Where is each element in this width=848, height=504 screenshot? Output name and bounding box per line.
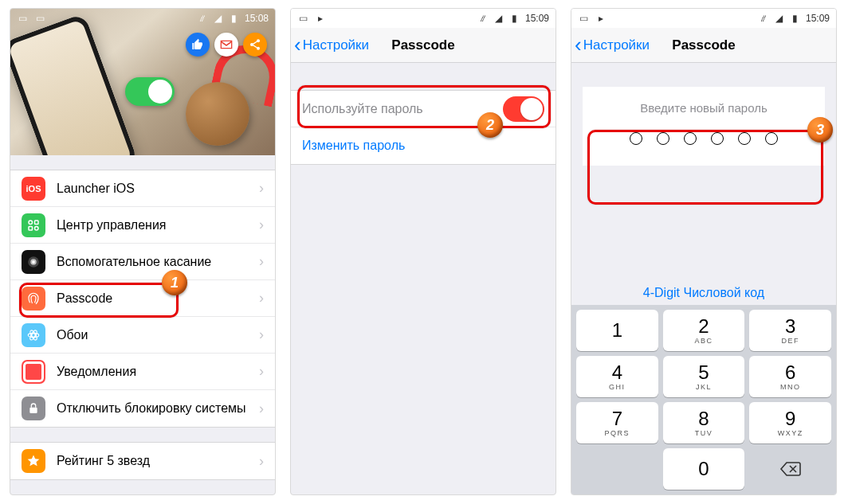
cookie-illustration xyxy=(186,82,249,146)
signal-icon: ◢ xyxy=(213,13,224,24)
status-bar: ▭ ▸ ⫽ ◢ ▮ 15:09 xyxy=(291,9,556,28)
gmail-button[interactable] xyxy=(214,33,238,57)
row-change-password[interactable]: Изменить пароль xyxy=(291,127,556,164)
key-2[interactable]: 2ABC xyxy=(663,310,745,351)
chevron-right-icon: › xyxy=(259,326,264,343)
row-label: Отключить блокировку системы xyxy=(57,401,248,416)
row-label: Passcode xyxy=(57,291,248,306)
key-1[interactable]: 1 xyxy=(576,310,658,351)
svg-point-6 xyxy=(35,226,39,230)
row-wallpaper[interactable]: Обои › xyxy=(10,317,275,354)
hero-toggle xyxy=(125,77,175,106)
key-9[interactable]: 9WXYZ xyxy=(749,402,831,443)
share-button[interactable] xyxy=(243,33,267,57)
status-time: 15:09 xyxy=(525,13,549,24)
key-3[interactable]: 3DEF xyxy=(749,310,831,351)
key-5[interactable]: 5JKL xyxy=(663,356,745,397)
like-button[interactable] xyxy=(186,33,210,57)
key-backspace[interactable] xyxy=(749,448,831,490)
chevron-left-icon: ‹ xyxy=(294,39,301,52)
chevron-right-icon: › xyxy=(259,453,264,470)
annotation-badge-3: 3 xyxy=(807,117,833,143)
hero-banner: ▭ ▭ ⫽ ◢ ▮ 15:08 xyxy=(10,9,275,155)
row-passcode[interactable]: Passcode › xyxy=(10,280,275,317)
battery-icon: ▮ xyxy=(790,13,801,24)
key-4[interactable]: 4GHI xyxy=(576,356,658,397)
star-icon xyxy=(22,449,45,473)
svg-rect-14 xyxy=(29,408,37,413)
enter-passcode-prompt: Введите новый пароль xyxy=(591,101,817,115)
row-assistive-touch[interactable]: Вспомогательное касание › xyxy=(10,244,275,280)
chevron-left-icon: ‹ xyxy=(575,39,582,52)
four-digit-option[interactable]: 4-Digit Числовой код xyxy=(571,272,836,305)
key-6[interactable]: 6MNO xyxy=(749,356,831,397)
backspace-icon xyxy=(779,461,802,477)
key-0[interactable]: 0 xyxy=(663,448,745,490)
svg-rect-4 xyxy=(35,221,39,225)
svg-point-3 xyxy=(29,221,33,225)
launcher-ios-icon: iOS xyxy=(22,177,45,201)
toggle-use-password[interactable] xyxy=(503,96,544,122)
back-button[interactable]: ‹ Настройки xyxy=(575,37,650,53)
row-label: Обои xyxy=(57,328,248,342)
change-password-link: Изменить пароль xyxy=(302,139,544,153)
svg-point-9 xyxy=(32,260,35,264)
passcode-icon xyxy=(22,287,45,311)
screenshot-2: ▭ ▸ ⫽ ◢ ▮ 15:09 ‹ Настройки Passcode Исп… xyxy=(290,8,556,495)
picture-icon: ▭ xyxy=(34,13,45,24)
chevron-right-icon: › xyxy=(259,363,264,380)
numeric-keypad: 1 2ABC 3DEF 4GHI 5JKL 6MNO 7PQRS 8TUV 9W… xyxy=(571,305,836,494)
vibrate-icon: ⫽ xyxy=(197,13,208,24)
enter-passcode-area: Введите новый пароль xyxy=(583,87,825,166)
key-7[interactable]: 7PQRS xyxy=(576,402,658,443)
row-launcher-ios[interactable]: iOS Launcher iOS › xyxy=(10,170,275,207)
row-label: Используйте пароль xyxy=(302,102,492,116)
status-bar: ▭ ▸ ⫽ ◢ ▮ 15:09 xyxy=(571,9,836,28)
chevron-right-icon: › xyxy=(259,217,264,233)
row-control-center[interactable]: Центр управления › xyxy=(10,207,275,244)
annotation-badge-2: 2 xyxy=(477,112,503,138)
settings-group-2: Рейтинг 5 звезд › xyxy=(10,442,275,480)
passcode-dot xyxy=(684,132,697,145)
nav-bar: ‹ Настройки Passcode xyxy=(291,28,556,63)
picture-icon: ▭ xyxy=(578,13,589,24)
row-disable-lock[interactable]: Отключить блокировку системы › xyxy=(10,390,275,427)
passcode-group: Используйте пароль Изменить пароль xyxy=(291,90,556,165)
phone-illustration xyxy=(10,13,139,155)
passcode-dot xyxy=(630,132,642,145)
picture-icon: ▭ xyxy=(297,13,308,24)
passcode-dot xyxy=(738,132,751,145)
passcode-dot xyxy=(711,132,724,145)
svg-rect-5 xyxy=(29,226,33,230)
chevron-right-icon: › xyxy=(259,400,264,417)
row-notifications[interactable]: Уведомления › xyxy=(10,354,275,390)
chevron-right-icon: › xyxy=(259,253,264,270)
battery-icon: ▮ xyxy=(509,13,520,24)
settings-group-1: iOS Launcher iOS › Центр управления › Вс… xyxy=(10,170,275,428)
vibrate-icon: ⫽ xyxy=(477,13,489,24)
back-label: Настройки xyxy=(583,37,650,53)
row-label: Рейтинг 5 звезд xyxy=(57,454,248,468)
wallpaper-icon xyxy=(22,323,45,347)
assistive-touch-icon xyxy=(22,250,45,274)
key-8[interactable]: 8TUV xyxy=(663,402,745,443)
row-rate-5-stars[interactable]: Рейтинг 5 звезд › xyxy=(10,443,275,479)
back-button[interactable]: ‹ Настройки xyxy=(294,37,369,53)
notifications-icon xyxy=(22,360,45,384)
back-label: Настройки xyxy=(303,37,369,53)
passcode-dots xyxy=(591,132,817,145)
passcode-dot xyxy=(657,132,669,145)
chevron-right-icon: › xyxy=(259,290,264,307)
battery-icon: ▮ xyxy=(229,13,240,24)
signal-icon: ◢ xyxy=(493,13,504,24)
annotation-badge-1: 1 xyxy=(162,270,187,295)
play-icon: ▸ xyxy=(315,13,326,24)
row-label: Launcher iOS xyxy=(57,182,248,196)
row-use-password[interactable]: Используйте пароль xyxy=(291,91,556,127)
control-center-icon xyxy=(22,213,45,237)
row-label: Центр управления xyxy=(57,218,248,232)
signal-icon: ◢ xyxy=(774,13,785,24)
chevron-right-icon: › xyxy=(259,180,264,197)
vibrate-icon: ⫽ xyxy=(758,13,769,24)
picture-icon: ▭ xyxy=(17,13,28,24)
